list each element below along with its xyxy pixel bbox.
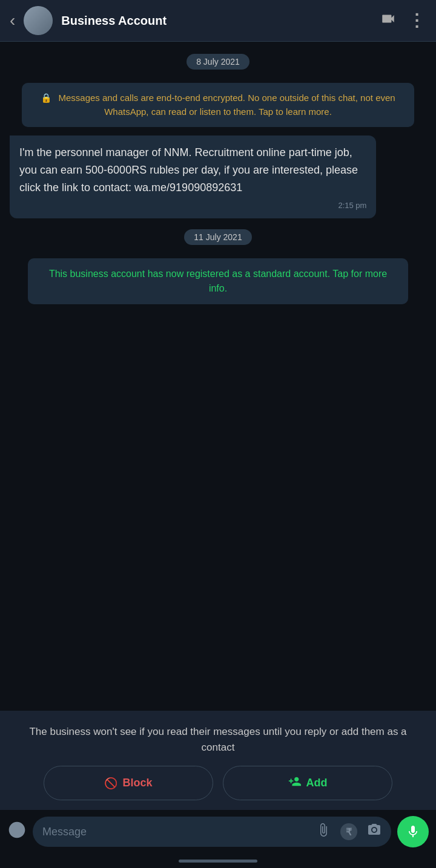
- encryption-text: Messages and calls are end-to-end encryp…: [56, 93, 395, 117]
- add-label: Add: [306, 777, 328, 789]
- mic-button[interactable]: [397, 816, 429, 847]
- home-indicator: [0, 853, 436, 868]
- block-label: Block: [122, 777, 152, 789]
- message-time-1: 2:15 pm: [19, 200, 366, 212]
- block-button[interactable]: 🚫 Block: [44, 766, 213, 800]
- block-icon: 🚫: [104, 777, 117, 790]
- message-input[interactable]: [42, 826, 310, 838]
- back-button[interactable]: ‹: [10, 11, 15, 30]
- bottom-info-box: The business won't see if you read their…: [0, 711, 436, 810]
- encryption-notice[interactable]: 🔒 Messages and calls are end-to-end encr…: [22, 83, 414, 127]
- input-bar: ₹: [0, 810, 436, 853]
- emoji-button[interactable]: [7, 820, 27, 844]
- lock-icon: 🔒: [41, 93, 52, 103]
- message-input-wrap: ₹: [33, 817, 391, 847]
- attach-icon[interactable]: [316, 823, 331, 841]
- video-call-icon[interactable]: [380, 11, 396, 30]
- chat-header: ‹ Business Account ⋮: [0, 0, 436, 42]
- add-button[interactable]: Add: [223, 766, 392, 800]
- input-action-icons: ₹: [316, 823, 382, 841]
- camera-icon[interactable]: [367, 823, 382, 841]
- header-actions: ⋮: [380, 11, 426, 30]
- message-text-1: I'm the personnel manager of NNM. Recrui…: [19, 146, 358, 194]
- message-bubble-1: I'm the personnel manager of NNM. Recrui…: [10, 135, 376, 218]
- rupee-icon[interactable]: ₹: [340, 823, 357, 840]
- date-divider-1: 8 July 2021: [187, 54, 249, 70]
- home-indicator-bar: [179, 860, 257, 863]
- bottom-info-text: The business won't see if you read their…: [15, 724, 421, 755]
- add-person-icon: [288, 775, 302, 791]
- contact-name[interactable]: Business Account: [61, 14, 372, 28]
- bottom-action-buttons: 🚫 Block Add: [15, 766, 421, 800]
- system-notice[interactable]: This business account has now registered…: [28, 258, 408, 304]
- date-divider-2: 11 July 2021: [184, 229, 251, 245]
- avatar[interactable]: [24, 6, 53, 35]
- system-notice-text: This business account has now registered…: [49, 269, 387, 293]
- more-options-icon[interactable]: ⋮: [408, 12, 426, 29]
- chat-area: 8 July 2021 🔒 Messages and calls are end…: [0, 42, 436, 711]
